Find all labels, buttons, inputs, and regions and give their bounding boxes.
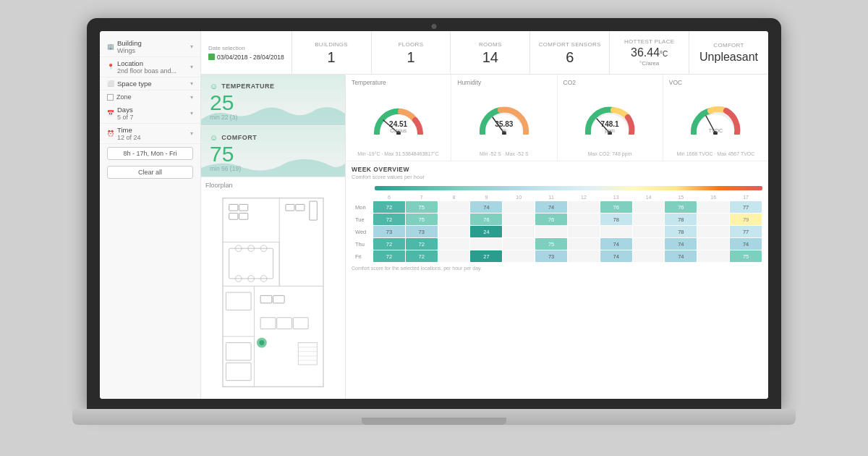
heatmap-cell xyxy=(568,201,600,213)
sidebar-item-time[interactable]: ⏰ Time 12 of 24 ▾ xyxy=(100,124,200,144)
svg-rect-14 xyxy=(229,248,273,279)
date-selection: Date selection 03/04/2018 - 28/04/2018 xyxy=(201,31,292,74)
svg-rect-9 xyxy=(229,214,238,220)
heatmap-cell xyxy=(697,238,729,250)
heatmap-cell: 76 xyxy=(535,214,567,225)
row-label-mon: Mon xyxy=(352,201,373,213)
location-value: 2nd floor boas and... xyxy=(117,67,176,75)
heatmap-cell: 77 xyxy=(730,201,762,213)
clear-all-button[interactable]: Clear all xyxy=(107,166,193,179)
floorplan-title: Floorplan xyxy=(205,182,341,189)
time-value: 12 of 24 xyxy=(117,134,141,141)
right-panel: Temperature xyxy=(346,75,768,399)
hottest-place-sub: °C/area xyxy=(639,60,659,67)
heatmap-cell: 27 xyxy=(470,250,502,262)
svg-rect-30 xyxy=(293,318,308,329)
svg-rect-8 xyxy=(239,204,248,211)
sidebar-item-zone[interactable]: Zone ▾ xyxy=(100,90,200,104)
co2-gauge-wrap: 748.1 ppm xyxy=(584,104,635,135)
comfort-smile-icon: ☺ xyxy=(210,133,218,142)
co2-gauge-unit: ppm xyxy=(601,128,619,133)
heatmap-cell: 74 xyxy=(470,201,502,213)
sidebar-item-location[interactable]: 📍 Location 2nd floor boas and... ▾ xyxy=(100,57,200,77)
sidebar-item-days[interactable]: 📅 Days 5 of 7 ▾ xyxy=(100,104,200,124)
heatmap-cell xyxy=(633,238,665,250)
heatmap-cell xyxy=(697,250,729,262)
heatmap-cell: 76 xyxy=(470,214,502,225)
heatmap-body: Mon72757474767677Tue72757676787879Wed737… xyxy=(352,201,762,262)
laptop-base xyxy=(72,409,796,425)
heatmap-cell: 74 xyxy=(665,238,697,250)
svg-rect-29 xyxy=(277,318,292,329)
main-content: Date selection 03/04/2018 - 28/04/2018 B… xyxy=(201,31,768,399)
svg-rect-11 xyxy=(286,204,294,211)
heatmap-cell: 74 xyxy=(600,238,632,250)
sensor-voc-info: Min 1668 TVOC · Max 4567 TVOC xyxy=(669,151,762,156)
rooms-label: ROOMS xyxy=(479,41,502,48)
stat-hottest-place: HOTTEST PLACE 36.44°C °C/area xyxy=(610,31,689,74)
table-row: Tue72757676787879 xyxy=(352,214,762,225)
heatmap-cell xyxy=(535,226,567,237)
floors-value: 1 xyxy=(407,50,414,64)
laptop-bezel: 🏢 Building Wings ▾ 📍 Location 2nd floor xyxy=(87,18,781,409)
zone-checkbox[interactable] xyxy=(107,94,114,101)
temp-mountain-bg xyxy=(201,104,345,125)
stat-floors: FLOORS 1 xyxy=(372,31,451,74)
heatmap-cell: 72 xyxy=(406,250,438,262)
heatmap-cell: 73 xyxy=(406,226,438,237)
laptop-camera xyxy=(432,24,437,29)
svg-rect-22 xyxy=(273,295,285,303)
temp-gauge-val: 24.51 xyxy=(389,121,407,128)
sensor-temperature: Temperature xyxy=(346,75,451,161)
hottest-place-value: 36.44°C xyxy=(631,47,668,59)
svg-rect-13 xyxy=(310,201,317,220)
table-row: Mon72757474767677 xyxy=(352,201,762,213)
floorplan-svg xyxy=(205,192,341,393)
heatmap-cell: 76 xyxy=(600,201,632,213)
heatmap-cell: 74 xyxy=(600,250,632,262)
heatmap-cell: 74 xyxy=(730,238,762,250)
temp-title: TEMPERATURE xyxy=(221,83,274,90)
heatmap-cell xyxy=(697,214,729,225)
time-chevron: ▾ xyxy=(190,130,193,137)
heatmap-cell xyxy=(600,226,632,237)
sensor-hum-gauge: 35.83 % xyxy=(457,89,550,150)
table-row: Fri72722773747475 xyxy=(352,250,762,262)
heatmap-table: 67891011121314151617 Mon72757474767677Tu… xyxy=(352,193,762,263)
week-overview: WEEK OVERVIEW Comfort score values per h… xyxy=(346,161,768,399)
heatmap-cell xyxy=(438,201,470,213)
heatmap-cell xyxy=(633,250,665,262)
kpi-temperature: ☺ TEMPERATURE 25 min 22 (3) xyxy=(201,75,345,126)
heatmap-cell: 73 xyxy=(373,226,405,237)
kpi-comfort: ☺ COMFORT 75 min 56 (19) xyxy=(201,126,345,177)
comfort-mountain-bg xyxy=(201,155,345,177)
sensor-voc: VOC xyxy=(663,75,768,161)
heatmap-cell xyxy=(568,214,600,225)
sidebar-item-space-type[interactable]: ⬜ Space type ▾ xyxy=(100,77,200,90)
heatmap-cell: 78 xyxy=(665,214,697,225)
table-row: Wed7373247877 xyxy=(352,226,762,237)
heatmap-cell: 77 xyxy=(730,226,762,237)
stat-rooms: ROOMS 14 xyxy=(451,31,530,74)
hottest-place-label: HOTTEST PLACE xyxy=(624,38,675,45)
date-label: Date selection xyxy=(208,45,284,51)
date-value: 03/04/2018 - 28/04/2018 xyxy=(208,54,284,61)
location-label: Location xyxy=(117,59,176,67)
svg-rect-12 xyxy=(296,204,305,211)
heatmap-cell: 78 xyxy=(665,226,697,237)
time-label: Time xyxy=(117,126,141,134)
comfort-sensors-value: 6 xyxy=(566,50,574,64)
sensor-humidity: Humidity xyxy=(451,75,557,161)
laptop-screen: 🏢 Building Wings ▾ 📍 Location 2nd floor xyxy=(100,31,768,399)
stat-comfort-sensors: COMFORT SENSORS 6 xyxy=(530,31,610,74)
sensor-co2-title: CO2 xyxy=(563,79,657,86)
time-preset-button[interactable]: 8h - 17h, Mon - Fri xyxy=(107,147,193,160)
heatmap-cell xyxy=(568,250,600,262)
sensor-co2-info: Max CO2: 748 ppm xyxy=(563,151,657,156)
heatmap-cell xyxy=(438,226,470,237)
sensor-hum-info: Min -52 S · Max -52 S xyxy=(457,151,550,156)
sidebar-item-building[interactable]: 🏢 Building Wings ▾ xyxy=(100,37,200,57)
heatmap-cell: 72 xyxy=(373,214,405,225)
week-overview-subtitle: Comfort score values per hour xyxy=(352,174,762,180)
building-label: Building xyxy=(117,39,142,47)
